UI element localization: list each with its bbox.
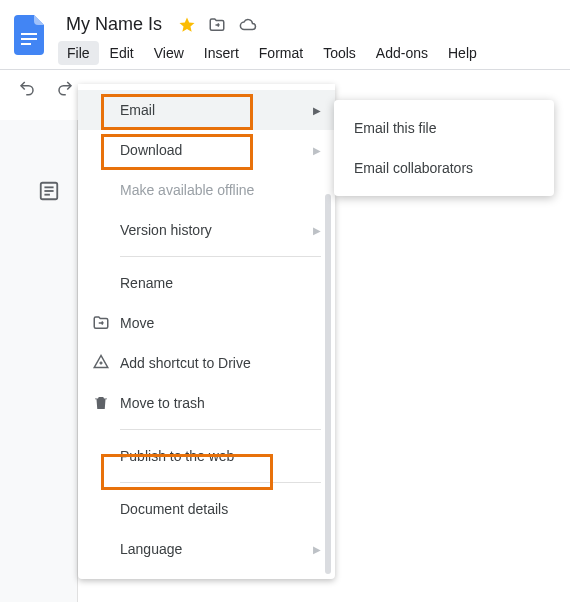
- star-icon[interactable]: [178, 16, 196, 34]
- menu-doc-details-label: Document details: [120, 501, 321, 517]
- submenu-arrow-icon: ▶: [313, 145, 321, 156]
- cloud-status-icon[interactable]: [238, 16, 258, 34]
- submenu-email-collaborators[interactable]: Email collaborators: [334, 148, 554, 188]
- menu-separator: [120, 429, 321, 430]
- menu-email[interactable]: Email ▶: [78, 90, 335, 130]
- move-folder-icon[interactable]: [208, 16, 226, 34]
- menu-view[interactable]: View: [145, 41, 193, 65]
- menu-move[interactable]: Move: [78, 303, 335, 343]
- menu-add-shortcut[interactable]: Add shortcut to Drive: [78, 343, 335, 383]
- menu-tools[interactable]: Tools: [314, 41, 365, 65]
- menu-edit[interactable]: Edit: [101, 41, 143, 65]
- svg-rect-1: [21, 38, 37, 40]
- menu-move-trash[interactable]: Move to trash: [78, 383, 335, 423]
- svg-rect-0: [21, 33, 37, 35]
- document-title[interactable]: My Name Is: [62, 12, 166, 37]
- menu-add-shortcut-label: Add shortcut to Drive: [120, 355, 321, 371]
- menu-make-offline-label: Make available offline: [120, 182, 321, 198]
- submenu-email-collab-label: Email collaborators: [354, 160, 473, 176]
- submenu-arrow-icon: ▶: [313, 544, 321, 555]
- submenu-email-file[interactable]: Email this file: [334, 108, 554, 148]
- menu-rename[interactable]: Rename: [78, 263, 335, 303]
- menu-publish-web-label: Publish to the web: [120, 448, 321, 464]
- menu-addons[interactable]: Add-ons: [367, 41, 437, 65]
- trash-icon: [92, 394, 120, 412]
- menu-email-label: Email: [120, 102, 313, 118]
- menu-version-history[interactable]: Version history ▶: [78, 210, 335, 250]
- menu-language[interactable]: Language ▶: [78, 529, 335, 569]
- docs-logo-icon[interactable]: [10, 8, 50, 58]
- email-submenu: Email this file Email collaborators: [334, 100, 554, 196]
- drive-shortcut-icon: [92, 354, 120, 372]
- menu-separator: [120, 482, 321, 483]
- svg-rect-2: [21, 43, 31, 45]
- menu-help[interactable]: Help: [439, 41, 486, 65]
- submenu-email-file-label: Email this file: [354, 120, 436, 136]
- menubar: File Edit View Insert Format Tools Add-o…: [58, 39, 560, 69]
- submenu-arrow-icon: ▶: [313, 225, 321, 236]
- submenu-arrow-icon: ▶: [313, 105, 321, 116]
- file-dropdown: Email ▶ Download ▶ Make available offlin…: [78, 84, 335, 579]
- header: My Name Is File Edit View Insert Format …: [0, 0, 570, 69]
- menu-move-trash-label: Move to trash: [120, 395, 321, 411]
- outline-icon[interactable]: [38, 180, 60, 205]
- menu-version-history-label: Version history: [120, 222, 313, 238]
- move-icon: [92, 314, 120, 332]
- menu-separator: [120, 256, 321, 257]
- menu-scrollbar[interactable]: [325, 194, 331, 574]
- menu-file[interactable]: File: [58, 41, 99, 65]
- menu-make-offline: Make available offline: [78, 170, 335, 210]
- redo-icon[interactable]: [56, 79, 74, 100]
- menu-download-label: Download: [120, 142, 313, 158]
- menu-format[interactable]: Format: [250, 41, 312, 65]
- menu-insert[interactable]: Insert: [195, 41, 248, 65]
- undo-icon[interactable]: [18, 79, 36, 100]
- menu-publish-web[interactable]: Publish to the web: [78, 436, 335, 476]
- menu-doc-details[interactable]: Document details: [78, 489, 335, 529]
- menu-move-label: Move: [120, 315, 321, 331]
- menu-download[interactable]: Download ▶: [78, 130, 335, 170]
- menu-language-label: Language: [120, 541, 313, 557]
- menu-rename-label: Rename: [120, 275, 321, 291]
